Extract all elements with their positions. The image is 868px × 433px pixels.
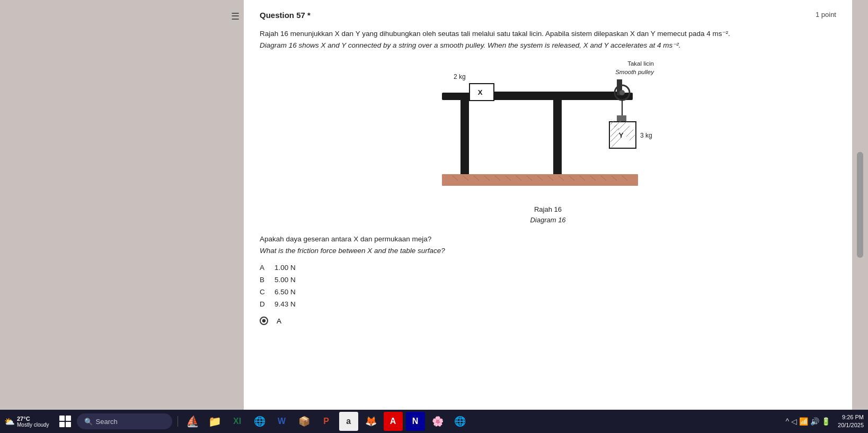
tray-wifi[interactable]: 📶 (799, 417, 808, 426)
taskbar-app-dropbox[interactable]: 📦 (295, 412, 314, 431)
weather-icon: ⛅ (4, 417, 15, 427)
option-a[interactable]: A 1.00 N (260, 264, 836, 272)
sub-question-malay: Apakah daya geseran antara X dan permuka… (260, 233, 836, 245)
selected-option-label: A (277, 317, 281, 325)
tray-chevron[interactable]: ^ (785, 417, 789, 426)
question-text-english: Diagram 16 shows X and Y connected by a … (260, 41, 680, 49)
svg-point-26 (619, 90, 625, 95)
option-b[interactable]: B 5.00 N (260, 276, 836, 284)
sidebar-collapse-icon[interactable]: ☰ (231, 11, 240, 22)
option-a-radio[interactable] (260, 317, 268, 325)
system-clock: 9:26 PM 20/1/2025 (838, 413, 864, 430)
diagram-container: Takal licin Smooth pulley 2 kg (260, 58, 836, 225)
option-a-value: 1.00 N (274, 264, 296, 272)
search-icon: 🔍 (84, 418, 93, 426)
taskbar-app-academia[interactable]: a (339, 412, 358, 431)
sub-question: Apakah daya geseran antara X dan permuka… (260, 233, 836, 256)
pulley-diagram: Takal licin Smooth pulley 2 kg (431, 58, 665, 201)
clock-date: 20/1/2025 (838, 421, 864, 429)
right-sidebar (852, 0, 868, 410)
svg-rect-3 (442, 174, 638, 186)
taskbar-app-edge[interactable]: 🌐 (250, 412, 269, 431)
option-d-value: 9.43 N (274, 300, 296, 308)
option-c-label: C (260, 288, 270, 296)
content-area: Question 57 * 1 point Rajah 16 menunjukk… (244, 0, 852, 410)
question-header: Question 57 * 1 point (260, 11, 836, 20)
svg-text:X: X (478, 88, 483, 96)
scrollbar[interactable] (857, 152, 863, 258)
option-d-label: D (260, 300, 270, 308)
left-sidebar: ☰ (0, 0, 244, 410)
taskbar-app-powerpoint[interactable]: P (317, 412, 336, 431)
diagram-caption: Rajah 16 Diagram 16 (530, 204, 565, 225)
tray-volume[interactable]: 🔊 (810, 417, 819, 426)
clock-time: 9:26 PM (838, 413, 864, 421)
option-d[interactable]: D 9.43 N (260, 300, 836, 308)
weather-desc: Mostly cloudy (17, 422, 49, 428)
selected-option-row[interactable]: A (260, 317, 836, 325)
taskbar-app-firefox[interactable]: 🦊 (361, 412, 380, 431)
taskbar-divider-1 (178, 416, 178, 427)
options-list: A 1.00 N B 5.00 N C 6.50 N D 9.43 N (260, 264, 836, 308)
taskbar-app-blue[interactable]: N (406, 412, 425, 431)
diagram-label-malay: Rajah 16 (530, 204, 565, 215)
start-button[interactable] (57, 413, 74, 430)
question-points: 1 point (816, 11, 836, 19)
weather-temp: 27°C (17, 416, 49, 422)
diagram-svg: X (431, 58, 665, 196)
tray-arrow[interactable]: ◁ (791, 417, 797, 426)
takal-label: Takal licin Smooth pulley (615, 59, 654, 76)
taskbar: ⛅ 27°C Mostly cloudy 🔍 Search ⛵ 📁 XI 🌐 W… (0, 410, 868, 433)
svg-text:Y: Y (619, 131, 624, 139)
sub-question-english: What is the friction force between X and… (260, 247, 445, 255)
windows-icon (59, 416, 71, 427)
svg-text:3 kg: 3 kg (640, 132, 652, 139)
taskbar-app-excel[interactable]: XI (228, 412, 247, 431)
search-label: Search (96, 418, 118, 426)
taskbar-app-word[interactable]: W (272, 412, 291, 431)
svg-rect-1 (460, 100, 469, 174)
system-tray: ^ ◁ 📶 🔊 🔋 (785, 417, 830, 426)
taskbar-app-misc[interactable]: 🌸 (428, 412, 447, 431)
svg-rect-28 (617, 115, 626, 122)
option-b-value: 5.00 N (274, 276, 296, 284)
tray-battery[interactable]: 🔋 (821, 417, 830, 426)
option-c[interactable]: C 6.50 N (260, 288, 836, 296)
option-b-label: B (260, 276, 270, 284)
option-a-label: A (260, 264, 270, 272)
diagram-label-english: Diagram 16 (530, 216, 565, 224)
taskbar-app-chrome[interactable]: 🌐 (450, 412, 470, 431)
taskbar-app-explorer[interactable]: ⛵ (183, 412, 202, 431)
svg-rect-2 (553, 100, 562, 174)
question-number: Question 57 * (260, 11, 311, 20)
question-text: Rajah 16 menunjukkan X dan Y yang dihubu… (260, 28, 836, 51)
taskbar-app-files[interactable]: 📁 (206, 412, 225, 431)
x-weight-label: 2 kg (454, 73, 466, 80)
search-bar[interactable]: 🔍 Search (77, 413, 172, 429)
question-text-malay: Rajah 16 menunjukkan X dan Y yang dihubu… (260, 30, 730, 38)
option-c-value: 6.50 N (274, 288, 296, 296)
weather-widget: ⛅ 27°C Mostly cloudy (4, 416, 49, 428)
taskbar-app-a[interactable]: A (384, 412, 403, 431)
main-area: ☰ Question 57 * 1 point Rajah 16 menunju… (0, 0, 868, 410)
